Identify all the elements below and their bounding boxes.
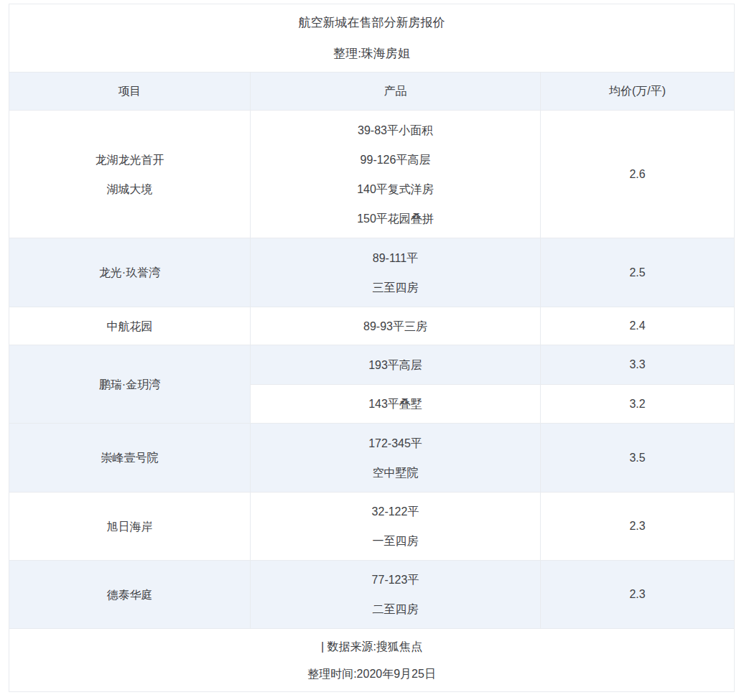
product-cell: 89-111平 三至四房: [251, 238, 541, 307]
price-cell: 3.5: [541, 424, 735, 493]
product-line: 140平复式洋房: [251, 174, 540, 204]
project-name-line: 中航花园: [9, 312, 250, 341]
price-cell: 2.3: [541, 561, 735, 629]
project-cell: 崇峰壹号院: [9, 424, 251, 493]
header-row: 项目 产品 均价(万/平): [9, 73, 735, 111]
table-row: 龙光·玖誉湾 89-111平 三至四房 2.5: [9, 238, 735, 307]
price-cell: 2.5: [541, 238, 735, 307]
project-cell: 鹏瑞·金玥湾: [9, 345, 251, 424]
price-cell: 3.3: [541, 345, 735, 385]
product-line: 89-93平三房: [251, 312, 540, 341]
project-name-line: 旭日海岸: [9, 512, 250, 541]
product-line: 一至四房: [251, 526, 540, 556]
project-name-line: 鹏瑞·金玥湾: [9, 370, 250, 399]
table-row: 鹏瑞·金玥湾 193平高层 3.3: [9, 345, 735, 385]
project-cell: 旭日海岸: [9, 493, 251, 561]
column-header-price: 均价(万/平): [541, 73, 735, 111]
product-cell: 39-83平小面积 99-126平高层 140平复式洋房 150平花园叠拼: [251, 111, 541, 238]
column-header-product: 产品: [251, 73, 541, 111]
data-source: | 数据来源:搜狐焦点: [9, 633, 734, 661]
page-subtitle: 整理:珠海房姐: [9, 38, 734, 69]
column-header-project: 项目: [9, 73, 251, 111]
price-cell: 2.6: [541, 111, 735, 238]
product-line: 32-122平: [251, 497, 540, 526]
product-line: 99-126平高层: [251, 145, 540, 174]
project-name-line: 龙光·玖誉湾: [9, 258, 250, 287]
product-line: 193平高层: [251, 350, 540, 380]
new-home-price-table: 航空新城在售部分新房报价 整理:珠海房姐 项目 产品 均价(万/平) 龙湖龙光首…: [9, 4, 735, 692]
project-name-line: 龙湖龙光首开: [9, 145, 250, 174]
project-name-line: 德泰华庭: [9, 580, 250, 610]
project-cell: 中航花园: [9, 307, 251, 345]
product-line: 89-111平: [251, 243, 540, 273]
table-row: 崇峰壹号院 172-345平 空中墅院 3.5: [9, 424, 735, 493]
table-row: 德泰华庭 77-123平 二至四房 2.3: [9, 561, 735, 629]
product-cell: 77-123平 二至四房: [251, 561, 541, 629]
product-line: 143平叠墅: [251, 389, 540, 419]
title-row: 航空新城在售部分新房报价 整理:珠海房姐: [9, 4, 735, 73]
footer-row: | 数据来源:搜狐焦点 整理时间:2020年9月25日: [9, 629, 735, 692]
page-title: 航空新城在售部分新房报价: [9, 7, 734, 38]
table-row: 龙湖龙光首开 湖城大境 39-83平小面积 99-126平高层 140平复式洋房…: [9, 111, 735, 238]
product-cell: 143平叠墅: [251, 385, 541, 424]
product-cell: 193平高层: [251, 345, 541, 385]
project-cell: 龙湖龙光首开 湖城大境: [9, 111, 251, 238]
price-cell: 2.4: [541, 307, 735, 345]
product-cell: 172-345平 空中墅院: [251, 424, 541, 493]
footer-cell: | 数据来源:搜狐焦点 整理时间:2020年9月25日: [9, 629, 735, 692]
product-line: 39-83平小面积: [251, 116, 540, 145]
project-cell: 龙光·玖誉湾: [9, 238, 251, 307]
table-row: 旭日海岸 32-122平 一至四房 2.3: [9, 493, 735, 561]
price-cell: 2.3: [541, 493, 735, 561]
project-name-line: 崇峰壹号院: [9, 443, 250, 472]
project-name-line: 湖城大境: [9, 174, 250, 204]
product-line: 三至四房: [251, 273, 540, 302]
price-cell: 3.2: [541, 385, 735, 424]
product-line: 172-345平: [251, 429, 540, 458]
product-line: 二至四房: [251, 594, 540, 624]
compile-date: 整理时间:2020年9月25日: [9, 661, 734, 688]
product-line: 77-123平: [251, 565, 540, 594]
title-cell: 航空新城在售部分新房报价 整理:珠海房姐: [9, 4, 735, 73]
page: 航空新城在售部分新房报价 整理:珠海房姐 项目 产品 均价(万/平) 龙湖龙光首…: [0, 0, 744, 700]
product-line: 150平花园叠拼: [251, 204, 540, 233]
product-cell: 32-122平 一至四房: [251, 493, 541, 561]
product-line: 空中墅院: [251, 458, 540, 487]
project-cell: 德泰华庭: [9, 561, 251, 629]
product-cell: 89-93平三房: [251, 307, 541, 345]
table-row: 中航花园 89-93平三房 2.4: [9, 307, 735, 345]
